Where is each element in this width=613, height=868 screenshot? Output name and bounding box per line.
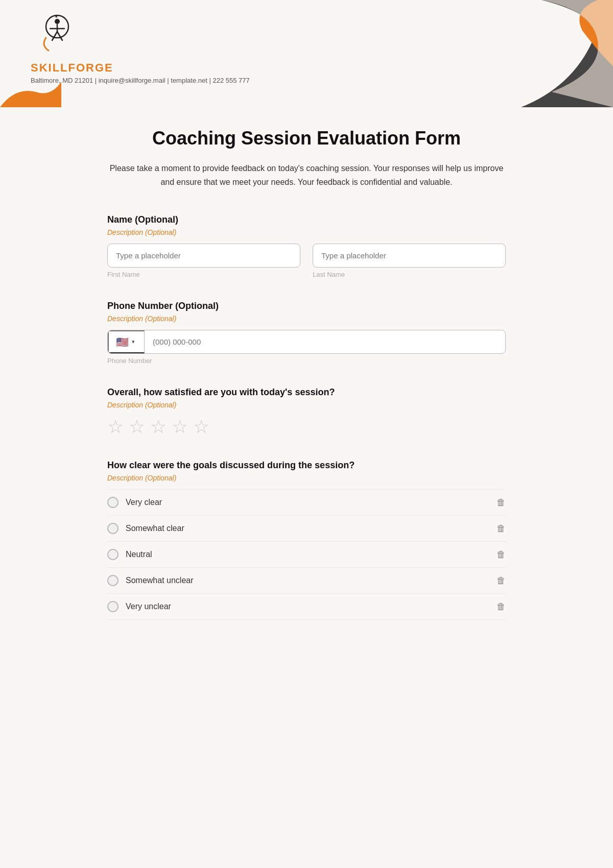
star-5[interactable]: ☆ <box>193 416 209 438</box>
radio-label: Somewhat clear <box>126 524 184 533</box>
radio-item[interactable]: Very unclear 🗑 <box>107 594 506 620</box>
stars-row: ☆ ☆ ☆ ☆ ☆ <box>107 416 506 438</box>
last-name-hint: Last Name <box>313 271 506 278</box>
star-1[interactable]: ☆ <box>107 416 124 438</box>
phone-hint: Phone Number <box>107 357 506 365</box>
clarity-desc: Description (Optional) <box>107 474 506 482</box>
first-name-hint: First Name <box>107 271 300 278</box>
radio-item[interactable]: Neutral 🗑 <box>107 542 506 568</box>
radio-left: Very clear <box>107 497 162 508</box>
brand-name: SKILLFORGE <box>31 61 250 75</box>
last-name-col: Last Name <box>313 244 506 278</box>
svg-line-4 <box>57 32 62 40</box>
trash-icon[interactable]: 🗑 <box>497 575 506 586</box>
name-section-desc: Description (Optional) <box>107 228 506 236</box>
radio-left: Very unclear <box>107 601 171 612</box>
radio-item[interactable]: Somewhat clear 🗑 <box>107 516 506 542</box>
first-name-input[interactable] <box>107 244 300 268</box>
logo-area: ✶ SKILLFORGE Baltimore, MD 21201 | inqui… <box>31 12 250 84</box>
radio-left: Somewhat clear <box>107 523 184 534</box>
star-3[interactable]: ☆ <box>150 416 167 438</box>
trash-icon[interactable]: 🗑 <box>497 549 506 560</box>
form-description: Please take a moment to provide feedback… <box>107 161 506 189</box>
radio-label: Neutral <box>126 550 152 559</box>
trash-icon[interactable]: 🗑 <box>497 601 506 612</box>
radio-circle[interactable] <box>107 575 119 586</box>
radio-item[interactable]: Somewhat unclear 🗑 <box>107 568 506 594</box>
radio-item[interactable]: Very clear 🗑 <box>107 489 506 516</box>
trash-icon[interactable]: 🗑 <box>497 523 506 534</box>
star-4[interactable]: ☆ <box>172 416 188 438</box>
phone-row: 🇺🇸 ▾ <box>107 330 506 354</box>
clarity-label: How clear were the goals discussed durin… <box>107 460 506 471</box>
name-section-label: Name (Optional) <box>107 214 506 225</box>
radio-left: Somewhat unclear <box>107 575 194 586</box>
brand-logo: ✶ <box>31 12 77 58</box>
first-name-col: First Name <box>107 244 300 278</box>
radio-circle[interactable] <box>107 523 119 534</box>
radio-left: Neutral <box>107 549 152 560</box>
page-header: ✶ SKILLFORGE Baltimore, MD 21201 | inqui… <box>0 0 613 107</box>
phone-input[interactable] <box>145 330 505 353</box>
radio-circle[interactable] <box>107 601 119 612</box>
brand-contact: Baltimore, MD 21201 | inquire@skillforge… <box>31 77 250 84</box>
deco-top-right <box>439 0 613 107</box>
radio-label: Very unclear <box>126 602 171 611</box>
radio-label: Somewhat unclear <box>126 576 194 585</box>
phone-section: Phone Number (Optional) Description (Opt… <box>107 301 506 365</box>
radio-circle[interactable] <box>107 549 119 560</box>
clarity-radio-list: Very clear 🗑 Somewhat clear 🗑 Neutral 🗑 … <box>107 489 506 620</box>
form-title: Coaching Session Evaluation Form <box>107 128 506 149</box>
trash-icon[interactable]: 🗑 <box>497 497 506 508</box>
chevron-down-icon: ▾ <box>132 339 135 345</box>
clarity-section: How clear were the goals discussed durin… <box>107 460 506 620</box>
flag-icon: 🇺🇸 <box>116 336 129 348</box>
satisfaction-desc: Description (Optional) <box>107 401 506 409</box>
satisfaction-section: Overall, how satisfied are you with toda… <box>107 387 506 438</box>
main-content: Coaching Session Evaluation Form Please … <box>77 107 536 673</box>
phone-section-label: Phone Number (Optional) <box>107 301 506 311</box>
radio-label: Very clear <box>126 498 162 507</box>
name-section: Name (Optional) Description (Optional) F… <box>107 214 506 278</box>
name-fields-row: First Name Last Name <box>107 244 506 278</box>
country-code-button[interactable]: 🇺🇸 ▾ <box>108 330 145 353</box>
phone-section-desc: Description (Optional) <box>107 315 506 323</box>
svg-text:✶: ✶ <box>54 14 58 19</box>
svg-point-1 <box>55 19 60 24</box>
radio-circle[interactable] <box>107 497 119 508</box>
star-2[interactable]: ☆ <box>129 416 145 438</box>
satisfaction-label: Overall, how satisfied are you with toda… <box>107 387 506 398</box>
svg-line-3 <box>52 32 57 40</box>
last-name-input[interactable] <box>313 244 506 268</box>
